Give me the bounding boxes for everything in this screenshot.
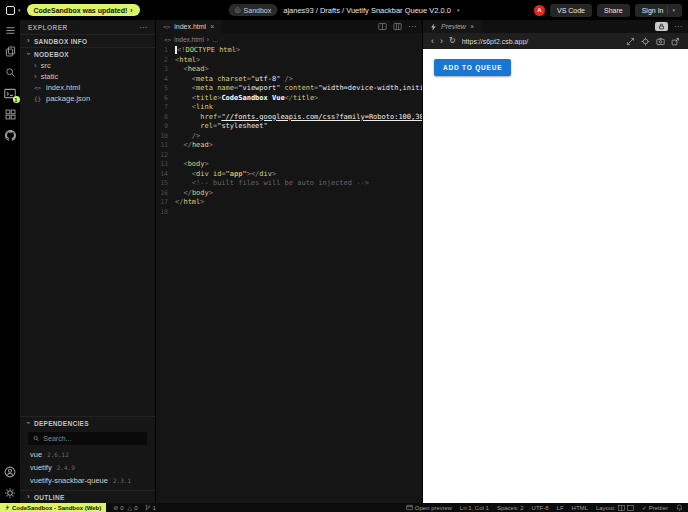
code-line[interactable]: 6 <title>CodeSandbox Vue</title> bbox=[156, 94, 422, 104]
code-line[interactable]: 1<!DOCTYPE html> bbox=[156, 46, 422, 56]
code-line[interactable]: 12 bbox=[156, 151, 422, 161]
code-lines[interactable]: 1<!DOCTYPE html>2<html>3 <head>4 <meta c… bbox=[156, 45, 422, 503]
breadcrumb[interactable]: ajanes93 / Drafts / Vuetify Snackbar Que… bbox=[283, 6, 451, 15]
share-button[interactable]: Share bbox=[597, 4, 630, 17]
section-dependencies[interactable]: › DEPENDENCIES bbox=[20, 416, 155, 429]
tab-preview[interactable]: Preview × bbox=[423, 20, 481, 33]
vscode-button[interactable]: VS Code bbox=[550, 4, 592, 17]
code-line[interactable]: 7 <link bbox=[156, 103, 422, 113]
error-icon: ⊘ bbox=[113, 504, 118, 511]
branch-indicator[interactable]: 1 bbox=[145, 504, 156, 511]
devtools-icon[interactable]: 1 bbox=[3, 86, 18, 101]
update-banner[interactable]: CodeSandbox was updated! › bbox=[27, 4, 140, 16]
dependency-version: 2.4.9 bbox=[57, 464, 75, 471]
language-mode[interactable]: HTML bbox=[572, 505, 588, 511]
chevron-down-icon: ▾ bbox=[457, 7, 460, 13]
problems-indicator[interactable]: ⊘0 △0 bbox=[113, 504, 137, 511]
back-button[interactable]: ‹ bbox=[431, 37, 434, 46]
tab-index-html[interactable]: <> index.html × bbox=[156, 20, 221, 33]
more-actions-icon[interactable]: ⋯ bbox=[674, 22, 682, 31]
open-preview-button[interactable]: Open preview bbox=[406, 504, 452, 511]
divider bbox=[667, 6, 668, 15]
check-icon: ✓ bbox=[642, 504, 647, 511]
settings-gear-icon[interactable] bbox=[3, 485, 18, 500]
close-icon[interactable]: × bbox=[470, 23, 474, 30]
user-avatar[interactable]: A bbox=[534, 5, 545, 16]
dependency-row-vuetify-snackbar-queue[interactable]: vuetify-snackbar-queue 2.3.1 bbox=[20, 474, 155, 487]
sandbox-info-label: SANDBOX INFO bbox=[34, 38, 87, 45]
dependency-row-vuetify[interactable]: vuetify 2.4.9 bbox=[20, 461, 155, 474]
forward-button[interactable]: › bbox=[440, 37, 443, 46]
code-line[interactable]: 2<html> bbox=[156, 56, 422, 66]
dependency-row-vue[interactable]: vue 2.6.12 bbox=[20, 448, 155, 461]
code-line[interactable]: 14 <div id="app"></div> bbox=[156, 170, 422, 180]
github-icon[interactable] bbox=[3, 128, 18, 143]
dependency-search[interactable] bbox=[28, 432, 147, 445]
sandbox-type-badge[interactable]: ◎ Sandbox bbox=[228, 4, 277, 16]
html-file-icon: <> bbox=[163, 23, 170, 30]
code-line[interactable]: 11 </head> bbox=[156, 141, 422, 151]
file-row-static[interactable]: › static bbox=[20, 71, 155, 82]
account-icon[interactable] bbox=[3, 464, 18, 479]
code-line[interactable]: 5 <meta name="viewport" content="width=d… bbox=[156, 84, 422, 94]
code-line[interactable]: 13 <body> bbox=[156, 160, 422, 170]
section-outline[interactable]: › OUTLINE bbox=[20, 490, 155, 503]
layout-single-icon bbox=[627, 505, 634, 511]
file-row-src[interactable]: › src bbox=[20, 60, 155, 71]
open-in-new-window-icon[interactable] bbox=[671, 37, 680, 46]
close-icon[interactable]: × bbox=[210, 23, 214, 30]
cursor-position[interactable]: Ln 1, Col 1 bbox=[460, 505, 489, 511]
notifications-bell-icon[interactable] bbox=[676, 504, 683, 511]
inspect-crosshair-icon[interactable] bbox=[641, 37, 650, 46]
dependency-search-input[interactable] bbox=[43, 435, 142, 442]
menu-icon[interactable] bbox=[3, 23, 18, 38]
more-actions-icon[interactable]: ⋯ bbox=[408, 22, 416, 31]
indentation[interactable]: Spaces: 2 bbox=[497, 505, 524, 511]
section-nodebox[interactable]: › NODEBOX bbox=[20, 47, 155, 60]
responsive-resize-icon[interactable] bbox=[626, 37, 635, 46]
top-header: ▾ CodeSandbox was updated! › ◎ Sandbox a… bbox=[0, 0, 688, 20]
status-bar: CodeSandbox - Sandbox (Web) ⊘0 △0 1 Open… bbox=[0, 503, 688, 512]
code-line[interactable]: 3 <head> bbox=[156, 65, 422, 75]
signin-button[interactable]: Sign In ▾ bbox=[635, 4, 682, 17]
lightning-icon bbox=[5, 504, 10, 511]
lock-icon[interactable] bbox=[655, 22, 668, 31]
file-row-index-html[interactable]: <> index.html bbox=[20, 82, 155, 93]
url-bar[interactable]: https://s6pt2.csb.app/ bbox=[462, 38, 620, 45]
explorer-files-icon[interactable] bbox=[3, 44, 18, 59]
code-line[interactable]: 8 href="//fonts.googleapis.com/css?famil… bbox=[156, 113, 422, 123]
code-line[interactable]: 4 <meta charset="utf-8" /> bbox=[156, 75, 422, 85]
code-line[interactable]: 10 /> bbox=[156, 132, 422, 142]
file-row-package-json[interactable]: {} package.json bbox=[20, 93, 155, 104]
dependency-name: vuetify-snackbar-queue bbox=[30, 476, 108, 485]
workspace-status-button[interactable]: CodeSandbox - Sandbox (Web) bbox=[0, 503, 106, 512]
search-icon[interactable] bbox=[3, 65, 18, 80]
code-line[interactable]: 15 <!-- built files will be auto injecte… bbox=[156, 179, 422, 189]
layout-switcher[interactable]: Layout: bbox=[596, 505, 634, 511]
chevron-right-icon: › bbox=[34, 62, 37, 70]
arrow-right-icon: › bbox=[130, 7, 132, 14]
workspace-menu-button[interactable]: ▾ bbox=[6, 6, 21, 15]
code-line[interactable]: 16 </body> bbox=[156, 189, 422, 199]
code-line[interactable]: 9 rel="stylesheet" bbox=[156, 122, 422, 132]
encoding[interactable]: UTF-8 bbox=[532, 505, 549, 511]
eol[interactable]: LF bbox=[557, 505, 564, 511]
prettier-status[interactable]: ✓ Prettier bbox=[642, 504, 668, 511]
refresh-button[interactable]: ↻ bbox=[449, 37, 456, 45]
editor-breadcrumb[interactable]: <> index.html › … bbox=[156, 33, 422, 45]
search-icon bbox=[33, 435, 39, 442]
split-editor-icon[interactable] bbox=[378, 22, 387, 31]
signin-label: Sign In bbox=[642, 7, 664, 14]
chevron-down-icon: ▾ bbox=[672, 7, 675, 13]
split-layout-icon[interactable] bbox=[393, 22, 402, 31]
code-line[interactable]: 17</html> bbox=[156, 198, 422, 208]
code-line[interactable]: 18 bbox=[156, 208, 422, 218]
add-to-queue-button[interactable]: ADD TO QUEUE bbox=[434, 59, 511, 76]
nodebox-label: NODEBOX bbox=[34, 51, 69, 58]
chevron-right-icon: › bbox=[27, 493, 30, 501]
tab-label: Preview bbox=[441, 23, 466, 30]
screenshot-icon[interactable] bbox=[656, 37, 665, 46]
more-actions-icon[interactable]: ⋯ bbox=[139, 23, 147, 32]
extensions-icon[interactable] bbox=[3, 107, 18, 122]
section-sandbox-info[interactable]: › SANDBOX INFO bbox=[20, 34, 155, 47]
